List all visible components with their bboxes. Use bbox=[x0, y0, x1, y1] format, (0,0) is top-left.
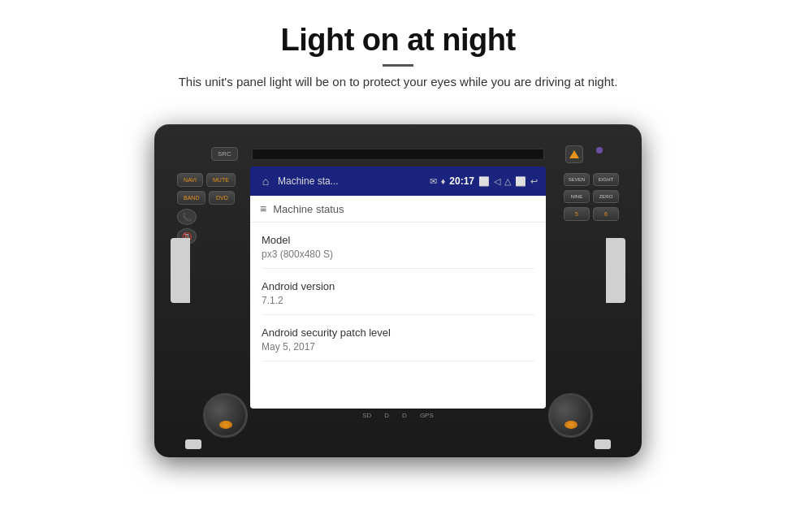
navi-mute-row: NAVI MUTE bbox=[177, 173, 236, 187]
home-icon[interactable]: ⌂ bbox=[258, 174, 273, 188]
message-icon: ✉ bbox=[430, 176, 437, 187]
nine-zero-row: NINE ZERO bbox=[564, 190, 619, 203]
camera-icon: ⬜ bbox=[478, 176, 490, 187]
status-app-name: Machine sta... bbox=[278, 175, 425, 187]
warning-triangle-icon bbox=[569, 150, 579, 158]
title-divider bbox=[383, 64, 413, 67]
mute-button[interactable]: MUTE bbox=[206, 173, 236, 187]
warning-button[interactable] bbox=[565, 145, 583, 163]
model-row: Model px3 (800x480 S) bbox=[262, 223, 534, 269]
info-section: Model px3 (800x480 S) Android version 7.… bbox=[250, 223, 546, 361]
security-patch-label: Android security patch level bbox=[262, 327, 534, 339]
volume-icon: ◁ bbox=[494, 176, 500, 187]
ear-piece-right bbox=[606, 238, 625, 303]
android-status-bar: ⌂ Machine sta... ✉ ♦ 20:17 ⬜ ◁ △ ⬜ ↩ bbox=[250, 167, 546, 196]
unit-body: SRC NAVI MUTE BAND DVD 📞 📵 bbox=[154, 124, 642, 457]
band-dvd-row: BAND DVD bbox=[177, 191, 236, 205]
subtitle: This unit's panel light will be on to pr… bbox=[179, 75, 618, 89]
six-button[interactable]: 6 bbox=[593, 207, 619, 221]
nine-button[interactable]: NINE bbox=[564, 190, 590, 203]
navi-button[interactable]: NAVI bbox=[177, 173, 203, 187]
android-version-value: 7.1.2 bbox=[262, 295, 534, 306]
dvd-button[interactable]: DVD bbox=[209, 191, 235, 205]
android-screen: ⌂ Machine sta... ✉ ♦ 20:17 ⬜ ◁ △ ⬜ ↩ bbox=[250, 167, 546, 409]
title-section: Light on at night This unit's panel ligh… bbox=[179, 0, 618, 103]
android-version-label: Android version bbox=[262, 280, 534, 292]
right-button-group: SEVEN EIGHT NINE ZERO 5 6 bbox=[564, 173, 619, 221]
right-knob[interactable] bbox=[548, 393, 593, 438]
gps-label: GPS bbox=[420, 412, 434, 419]
android-content: ≡ Machine status Model px3 (800x480 S) A… bbox=[250, 196, 546, 409]
foot-right bbox=[595, 439, 611, 449]
sd-label: SD bbox=[362, 412, 371, 419]
eight-button[interactable]: EIGHT bbox=[593, 173, 619, 186]
status-icons-right: ✉ ♦ 20:17 ⬜ ◁ △ ⬜ ↩ bbox=[430, 175, 538, 187]
d-label-2: D bbox=[402, 412, 407, 419]
d-label-1: D bbox=[384, 412, 389, 419]
sd-labels: SD D D GPS bbox=[362, 412, 434, 419]
bottom-area: SD D D GPS bbox=[203, 393, 593, 438]
call-answer-button[interactable]: 📞 bbox=[177, 209, 197, 225]
location-icon: ♦ bbox=[441, 176, 446, 186]
page-container: Light on at night This unit's panel ligh… bbox=[0, 0, 796, 532]
foot-left bbox=[185, 439, 201, 449]
eject-icon: △ bbox=[504, 176, 511, 187]
left-button-group: NAVI MUTE BAND DVD 📞 📵 bbox=[177, 173, 236, 244]
ear-piece-left bbox=[171, 238, 190, 303]
page-title: Light on at night bbox=[179, 23, 618, 58]
cd-slot bbox=[252, 149, 544, 160]
status-time: 20:17 bbox=[449, 175, 474, 187]
security-patch-value: May 5, 2017 bbox=[262, 341, 534, 353]
model-value: px3 (800x480 S) bbox=[262, 249, 534, 260]
left-knob[interactable] bbox=[203, 393, 248, 438]
src-button[interactable]: SRC bbox=[211, 147, 238, 161]
seven-eight-row: SEVEN EIGHT bbox=[564, 173, 619, 186]
five-six-row: 5 6 bbox=[564, 207, 619, 221]
seven-button[interactable]: SEVEN bbox=[564, 173, 590, 186]
band-button[interactable]: BAND bbox=[177, 191, 205, 205]
zero-button[interactable]: ZERO bbox=[593, 190, 619, 203]
purple-indicator bbox=[596, 147, 603, 154]
machine-status-title: Machine status bbox=[273, 203, 344, 215]
screen-icon: ⬜ bbox=[515, 176, 526, 187]
model-label: Model bbox=[262, 234, 534, 246]
security-patch-row: Android security patch level May 5, 2017 bbox=[262, 315, 534, 361]
five-button[interactable]: 5 bbox=[564, 207, 590, 221]
android-version-row: Android version 7.1.2 bbox=[262, 269, 534, 315]
machine-status-header: ≡ Machine status bbox=[250, 196, 546, 223]
back-icon: ↩ bbox=[530, 176, 538, 187]
car-head-unit: SRC NAVI MUTE BAND DVD 📞 📵 bbox=[138, 108, 658, 474]
menu-icon[interactable]: ≡ bbox=[260, 202, 266, 215]
